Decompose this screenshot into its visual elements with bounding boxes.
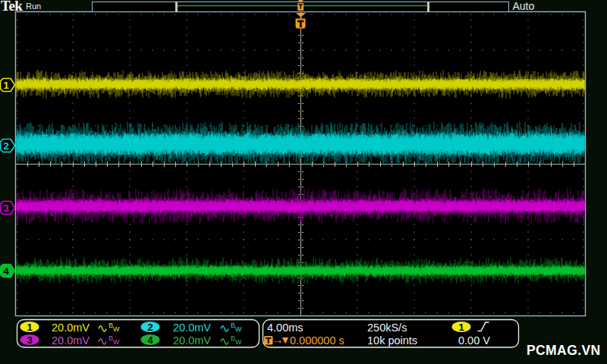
svg-text:W: W — [235, 338, 242, 346]
svg-text:250kS/s: 250kS/s — [367, 322, 407, 334]
svg-text:4: 4 — [3, 265, 9, 277]
svg-text:2: 2 — [147, 322, 153, 333]
svg-text:PCMAG.VN: PCMAG.VN — [527, 343, 601, 358]
svg-text:3: 3 — [3, 202, 8, 214]
svg-text:W: W — [113, 338, 120, 346]
svg-text:1: 1 — [3, 80, 8, 91]
svg-text:Auto: Auto — [513, 0, 535, 12]
svg-text:3: 3 — [27, 334, 32, 346]
svg-text:20.0mV: 20.0mV — [52, 322, 90, 334]
svg-text:10k points: 10k points — [367, 334, 417, 347]
svg-text:1: 1 — [27, 322, 32, 333]
svg-text:20.0mV: 20.0mV — [173, 322, 211, 334]
svg-text:4.00ms: 4.00ms — [267, 322, 304, 334]
svg-text:2: 2 — [3, 140, 8, 152]
svg-text:0.00 V: 0.00 V — [458, 334, 490, 347]
svg-text:W: W — [113, 325, 120, 333]
svg-text:▼: ▼ — [280, 334, 291, 346]
svg-text:4: 4 — [147, 334, 153, 346]
svg-text:1: 1 — [458, 322, 464, 333]
svg-text:20.0mV: 20.0mV — [173, 334, 211, 347]
svg-text:0.000000 s: 0.000000 s — [290, 334, 344, 347]
svg-text:W: W — [235, 325, 242, 333]
svg-text:Tek: Tek — [1, 0, 23, 14]
svg-text:Run: Run — [26, 2, 41, 11]
svg-text:20.0mV: 20.0mV — [52, 334, 90, 347]
